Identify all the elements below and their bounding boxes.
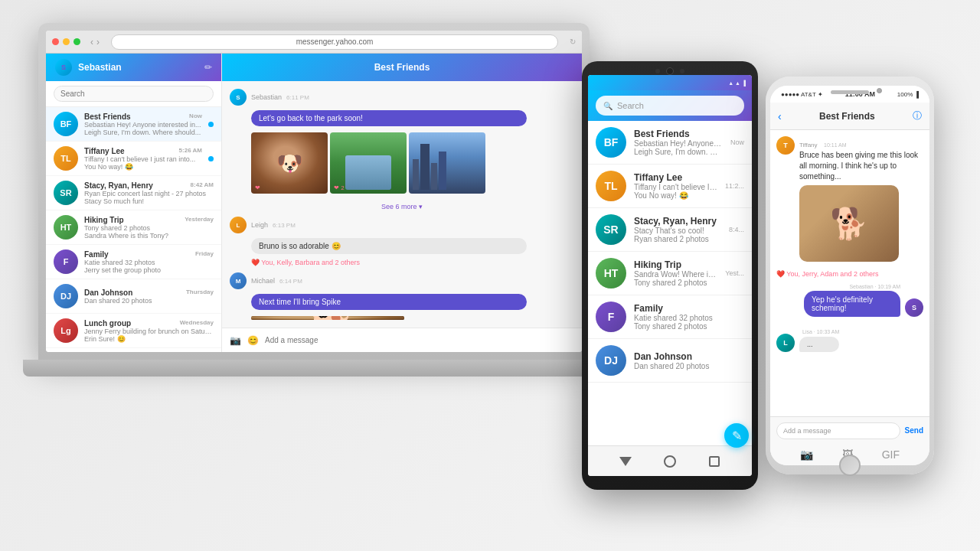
signal-icon: ▲ — [735, 80, 740, 86]
msg-avatar-michael: M — [230, 272, 247, 289]
android-chat-item[interactable]: BF Best Friends Sebastian Hey! Anyone in… — [588, 121, 752, 165]
user-avatar: S — [55, 59, 72, 76]
chat-name-text: Hiking Trip — [84, 216, 124, 224]
chat-item[interactable]: Lg Lunch group Wednesday Jenny Ferry bui… — [46, 314, 221, 348]
chat-avatar: TL — [54, 146, 78, 171]
msg-avatar: S — [230, 89, 247, 106]
iphone-carrier: ●●●●● AT&T ✦ — [781, 91, 823, 98]
browser-chrome: ‹ › messenger.yahoo.com ↻ — [46, 31, 582, 54]
msg-sender-info-2: L Leigh 6:13 PM — [230, 217, 574, 233]
battery-icon: ▐ — [742, 80, 746, 86]
photo-grid: 🐶 ❤ ❤ 2 — [251, 132, 574, 194]
laptop-body: ‹ › messenger.yahoo.com ↻ S — [38, 23, 590, 360]
photo-heart-2: ❤ 2 — [334, 184, 345, 191]
photo-thumb-3[interactable] — [409, 132, 485, 194]
large-photo[interactable]: 🐕 — [251, 316, 404, 320]
android-screen: ▲ ▲ ▐ 🔍 Search BF Bes — [588, 75, 752, 476]
chat-time: 8:42 AM — [191, 181, 214, 190]
msg-sender-michael: Michael — [251, 277, 275, 285]
chat-name-text: Family — [84, 250, 109, 259]
chat-avatar: F — [54, 249, 78, 274]
browser-maximize-btn[interactable] — [74, 38, 80, 45]
info-button[interactable]: ⓘ — [913, 109, 922, 122]
android-chat-item[interactable]: F Family Katie shared 32 photos Tony sha… — [588, 295, 752, 339]
chat-avatar: BF — [54, 112, 78, 136]
edit-icon[interactable]: ✏ — [204, 62, 212, 73]
android-chat-info: Stacy, Ryan, Henry Stacy That's so cool!… — [634, 216, 721, 243]
android-search-input[interactable]: 🔍 Search — [596, 96, 744, 116]
iphone: ●●●●● AT&T ✦ 11:00 AM 100% ▐ ‹ Best Frie… — [766, 77, 934, 474]
iphone-send-button[interactable]: Send — [905, 426, 923, 435]
android-chat-item[interactable]: DJ Dan Johnson Dan shared 20 photos — [588, 339, 752, 383]
chat-name-text: Stacy, Ryan, Henry — [84, 181, 153, 190]
photo-thumb-1[interactable]: 🐶 ❤ — [251, 132, 328, 194]
back-button[interactable]: ‹ — [778, 110, 782, 122]
android-body: ▲ ▲ ▐ 🔍 Search BF Bes — [582, 61, 758, 490]
android-mic-dot — [680, 69, 684, 73]
browser-back-btn[interactable]: ‹ — [90, 37, 93, 47]
android-chat-item[interactable]: TL Tiffany Lee Tiffany I can't believe I… — [588, 165, 752, 208]
browser-forward-btn[interactable]: › — [96, 37, 100, 47]
iphone-msg-time: 10:11 AM — [824, 142, 847, 148]
android-chat-preview-2: Ryan shared 2 photos — [634, 235, 721, 243]
emoji-icon[interactable]: 😊 — [247, 335, 259, 346]
android-chat-item[interactable]: SR Stacy, Ryan, Henry Stacy That's so co… — [588, 208, 752, 252]
chat-item[interactable]: BF Best Friends Now Sebastian Hey! Anyon… — [46, 107, 221, 142]
battery-percentage: 100% — [897, 91, 913, 98]
android-chat-time: Yest... — [725, 269, 744, 277]
android-chat-item[interactable]: HT Hiking Trip Sandra Wow! Where is this… — [588, 252, 752, 295]
chat-item[interactable]: F Family Friday Katie shared 32 photos J… — [46, 245, 221, 279]
chat-preview-1: Jenny Ferry building for brunch on Satur… — [84, 328, 214, 335]
android-chat-info: Family Katie shared 32 photos Tony share… — [634, 303, 737, 331]
android-chat-time: Now — [730, 139, 744, 146]
gif-icon[interactable]: GIF — [882, 448, 900, 461]
search-input[interactable] — [54, 86, 214, 102]
avatar-initials: S — [61, 64, 66, 71]
chat-item[interactable]: TL Tiffany Lee 5:26 AM Tiffany I can't b… — [46, 142, 221, 176]
android-avatar: TL — [596, 171, 626, 201]
msg-bubble: Let's go back to the park soon! — [251, 110, 527, 126]
recents-button[interactable] — [703, 454, 726, 469]
android-chat-preview: Sebastian Hey! Anyone interested in... — [634, 139, 723, 148]
see-more-link[interactable]: See 6 more ▾ — [230, 203, 574, 210]
home-circle[interactable] — [839, 455, 861, 476]
android-avatar: SR — [596, 214, 626, 245]
battery-icon: ▐ — [914, 91, 919, 98]
back-button[interactable] — [614, 454, 637, 469]
chat-preview-2: Erin Sure! 😊 — [84, 335, 214, 343]
app-layout: S Sebastian ✏ BF Best Friends — [46, 54, 582, 352]
chat-item[interactable]: MS Michael Stone Tuesday Michael shared … — [46, 348, 221, 352]
msg-bubble-michael: Next time I'll bring Spike — [251, 294, 527, 310]
iphone-msg-sebastian: Sebastian · 10:19 AM Yep he's definitely… — [776, 284, 923, 317]
chat-name-text: Dan Johnson — [84, 289, 132, 297]
android-chat-preview-2: You No way! 😂 — [634, 191, 717, 200]
android-chat-name: Tiffany Lee — [634, 172, 717, 183]
chat-preview-2: You No way! 😂 — [84, 163, 202, 171]
photo-icon[interactable]: 📷 — [230, 335, 241, 346]
browser-minimize-btn[interactable] — [63, 38, 70, 45]
chat-avatar: SR — [54, 181, 78, 205]
iphone-body: ●●●●● AT&T ✦ 11:00 AM 100% ▐ ‹ Best Frie… — [766, 77, 934, 474]
chat-input-area: 📷 😊 — [222, 328, 582, 352]
iphone-msg-sender: Tiffany — [799, 142, 818, 148]
home-button[interactable] — [658, 454, 681, 469]
browser-close-btn[interactable] — [52, 38, 59, 45]
chat-item[interactable]: SR Stacy, Ryan, Henry 8:42 AM Ryan Epic … — [46, 176, 221, 210]
browser-refresh-btn[interactable]: ↻ — [570, 37, 576, 46]
iphone-msg-photo[interactable]: 🐕 — [799, 185, 899, 262]
iphone-message-input[interactable]: Add a message — [776, 422, 900, 439]
browser-url-bar[interactable]: messenger.yahoo.com — [111, 34, 558, 50]
chat-preview-1: Tony shared 2 photos — [84, 224, 214, 232]
android-status-icons: ▲ ▲ ▐ — [728, 80, 746, 86]
chat-item[interactable]: HT Hiking Trip Yesterday Tony shared 2 p… — [46, 210, 221, 245]
photo-thumb-2[interactable]: ❤ 2 — [330, 132, 407, 194]
chat-time: Yesterday — [185, 216, 214, 224]
compose-fab[interactable]: ✎ — [724, 423, 749, 448]
message-input[interactable] — [265, 336, 574, 344]
msg-sender-leigh: Leigh — [251, 221, 268, 229]
chat-item[interactable]: DJ Dan Johnson Thursday Dan shared 20 ph… — [46, 279, 221, 314]
camera-icon[interactable]: 📷 — [800, 448, 813, 461]
android-chat-info: Dan Johnson Dan shared 20 photos — [634, 351, 737, 370]
iphone-chat-title: Best Friends — [788, 111, 906, 122]
chat-name-text: Tiffany Lee — [84, 147, 125, 155]
